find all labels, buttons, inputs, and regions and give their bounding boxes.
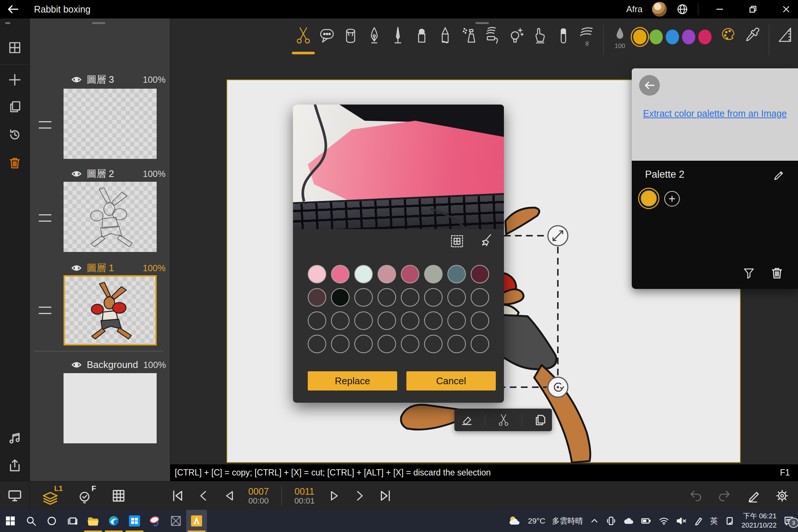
weather-label[interactable]: 多雲時晴 xyxy=(552,516,583,526)
layer-name[interactable]: 圖層 1 xyxy=(87,262,114,274)
color-swatch-yellow[interactable] xyxy=(633,30,647,44)
extracted-color-swatch[interactable] xyxy=(354,265,373,283)
brush-lines-tool[interactable]: 8 xyxy=(579,18,596,47)
panel-drag-pill[interactable] xyxy=(92,22,105,24)
layer-row-3[interactable]: 圖層 3 100% xyxy=(71,73,166,86)
region-select-icon[interactable] xyxy=(450,235,464,248)
weather-icon[interactable] xyxy=(508,515,521,527)
spray-tool[interactable] xyxy=(460,18,477,52)
cancel-button[interactable]: Cancel xyxy=(406,371,496,391)
eyedropper-icon[interactable] xyxy=(744,18,761,43)
minimize-button[interactable] xyxy=(708,0,732,18)
visibility-eye-icon[interactable] xyxy=(71,265,82,272)
layer-thumbnail-background[interactable] xyxy=(64,373,157,443)
copy-icon[interactable] xyxy=(534,414,546,426)
color-swatch-pink[interactable] xyxy=(698,30,712,44)
extracted-color-swatch[interactable] xyxy=(331,265,349,283)
extracted-color-swatch[interactable] xyxy=(378,311,396,330)
frame-hint-toggle[interactable]: F xyxy=(70,481,100,510)
layer-opacity[interactable]: 100% xyxy=(143,360,166,370)
start-button[interactable] xyxy=(0,510,21,532)
palette-color-yellow[interactable] xyxy=(641,190,657,207)
layer-quick-toggle[interactable]: L1 xyxy=(35,481,65,510)
animation-desk-icon[interactable] xyxy=(186,510,207,532)
extracted-color-swatch[interactable] xyxy=(447,288,466,307)
extracted-color-swatch[interactable] xyxy=(308,288,326,307)
layer-opacity[interactable]: 100% xyxy=(143,75,166,85)
trash-icon[interactable] xyxy=(8,157,21,169)
layer-drag-handle[interactable] xyxy=(39,214,51,222)
eraser-stick-tool[interactable] xyxy=(555,18,572,52)
pencil-tool[interactable] xyxy=(437,18,454,52)
extracted-color-swatch[interactable] xyxy=(354,335,373,353)
settings-gear-icon[interactable] xyxy=(775,489,789,503)
extracted-color-swatch[interactable] xyxy=(354,311,373,330)
paint-bucket-tool[interactable] xyxy=(342,18,359,52)
previous-keyframe-icon[interactable] xyxy=(197,489,210,503)
layer-thumbnail-sketch[interactable] xyxy=(64,182,157,252)
filter-icon[interactable] xyxy=(743,267,755,279)
layer-opacity[interactable]: 100% xyxy=(143,263,166,273)
rail-drag-pill[interactable] xyxy=(5,22,10,24)
extracted-color-swatch[interactable] xyxy=(308,265,326,283)
export-icon[interactable] xyxy=(8,459,21,472)
broom-clear-icon[interactable] xyxy=(478,233,492,248)
extracted-color-swatch[interactable] xyxy=(378,265,396,283)
extracted-color-swatch[interactable] xyxy=(401,288,419,307)
extracted-color-swatch[interactable] xyxy=(471,311,489,330)
skip-to-end-icon[interactable] xyxy=(378,489,392,503)
file-explorer-icon[interactable] xyxy=(83,510,103,532)
pen-nib-tool[interactable] xyxy=(366,18,383,52)
monitor-icon[interactable] xyxy=(3,481,27,510)
color-swatch-blue[interactable] xyxy=(666,30,679,44)
extracted-color-swatch[interactable] xyxy=(447,311,466,330)
eraser-icon[interactable] xyxy=(460,414,473,426)
color-swatch-purple[interactable] xyxy=(682,30,695,44)
layer-row-background[interactable]: Background 100% xyxy=(71,359,166,371)
restore-button[interactable] xyxy=(741,0,765,18)
layer-name[interactable]: 圖層 2 xyxy=(87,167,114,180)
battery-icon[interactable] xyxy=(641,516,652,526)
extracted-color-swatch[interactable] xyxy=(378,335,396,353)
notification-center-icon[interactable]: 3 xyxy=(783,515,794,526)
previous-frame-icon[interactable] xyxy=(222,489,236,503)
extracted-color-swatch[interactable] xyxy=(447,335,466,353)
hand-tool[interactable] xyxy=(531,18,548,52)
extracted-color-swatch[interactable] xyxy=(401,265,419,283)
add-color-icon[interactable] xyxy=(664,191,680,207)
extract-palette-link[interactable]: Extract color palette from an Image xyxy=(632,108,798,119)
cut-scissors-icon[interactable] xyxy=(498,414,509,426)
onedrive-icon[interactable] xyxy=(623,516,634,525)
cortana-icon[interactable] xyxy=(41,510,62,532)
pen-input-icon[interactable] xyxy=(694,516,703,526)
search-icon[interactable] xyxy=(21,510,41,532)
layer-opacity[interactable]: 100% xyxy=(143,169,166,179)
visibility-eye-icon[interactable] xyxy=(71,361,82,368)
close-button[interactable] xyxy=(774,0,798,18)
extracted-color-swatch[interactable] xyxy=(354,288,373,307)
extracted-color-swatch[interactable] xyxy=(471,265,489,283)
extracted-color-swatch[interactable] xyxy=(308,335,326,353)
add-icon[interactable] xyxy=(8,73,21,86)
task-view-icon[interactable] xyxy=(62,510,83,532)
user-avatar[interactable] xyxy=(652,2,667,17)
visibility-eye-icon[interactable] xyxy=(71,170,82,177)
cast-device-icon[interactable] xyxy=(606,516,616,526)
layer-drag-handle[interactable] xyxy=(39,307,51,314)
music-icon[interactable] xyxy=(8,432,21,445)
visibility-eye-icon[interactable] xyxy=(71,76,82,83)
history-icon[interactable] xyxy=(8,129,21,141)
replace-button[interactable]: Replace xyxy=(308,371,397,391)
extracted-color-swatch[interactable] xyxy=(424,288,443,307)
back-icon[interactable] xyxy=(0,4,26,14)
layer-row-1[interactable]: 圖層 1 100% xyxy=(71,262,166,274)
extracted-color-swatch[interactable] xyxy=(471,335,489,353)
opacity-drop-tool[interactable]: 100 xyxy=(611,18,628,49)
ruler-tool[interactable] xyxy=(777,18,794,43)
placeholder-app-icon[interactable] xyxy=(166,510,186,532)
layer-name[interactable]: 圖層 3 xyxy=(87,73,114,86)
edit-pencil-icon[interactable] xyxy=(773,168,785,180)
color-swatch-green[interactable] xyxy=(649,30,663,44)
duplicate-icon[interactable] xyxy=(8,100,21,113)
extracted-color-swatch[interactable] xyxy=(401,335,419,353)
